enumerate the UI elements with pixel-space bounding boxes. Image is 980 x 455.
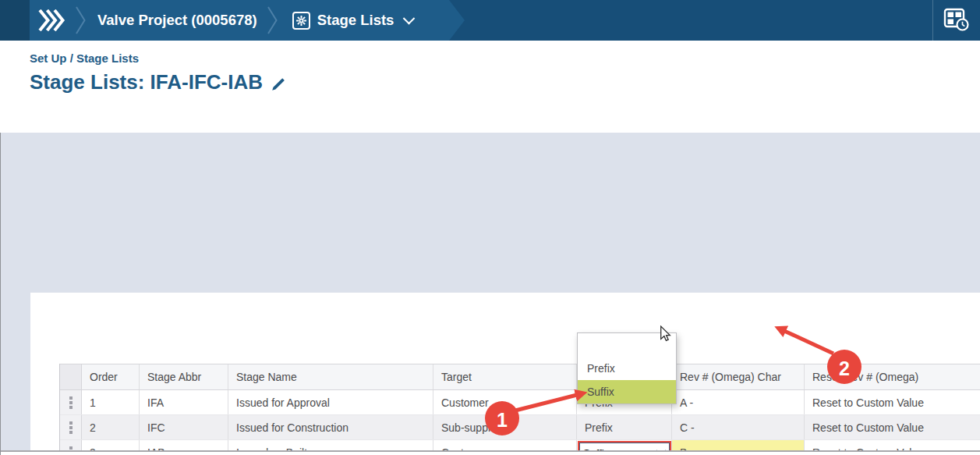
cell-reset-rev[interactable]: Reset to Custom Value [805,415,980,439]
content-panel: Order Stage Abbr Stage Name Target Prefi… [30,293,980,450]
cell-prefix-suffix[interactable]: Prefix [577,415,672,439]
drag-handle[interactable] [60,390,82,414]
edit-icon[interactable] [270,76,286,93]
stage-list-grid: Order Stage Abbr Stage Name Target Prefi… [59,364,980,450]
cell-target: Customer [433,390,577,414]
column-header-rev-char: Rev # (Omega) Char [672,364,805,389]
cell-stage-abbr: IFC [140,415,228,439]
cell-stage-name: Issued for Approval [228,390,433,414]
dropdown-option-blank[interactable] [578,333,676,357]
top-navbar: Valve Project (0005678) Stage Lists [0,0,980,41]
column-header-target: Target [433,364,577,389]
dropdown-option-suffix[interactable]: Suffix [578,380,676,403]
drag-handle[interactable] [60,415,82,439]
table-header-row: Order Stage Abbr Stage Name Target Prefi… [60,364,980,390]
window-bottom-strip [1,452,980,455]
chevron-down-icon[interactable] [403,12,416,24]
collapse-breadcrumb-icon[interactable] [37,9,65,31]
table-row: 2 IFC Issued for Construction Sub-suppli… [60,415,980,440]
content-background: Order Stage Abbr Stage Name Target Prefi… [0,133,980,455]
column-header-order: Order [82,364,140,389]
drag-handle-icon [69,426,73,429]
prefix-suffix-dropdown: Prefix Suffix [577,332,677,404]
page-title: Stage Lists: IFA-IFC-IAB [30,70,263,94]
chevron-separator-icon [75,5,87,35]
column-header-stage-abbr: Stage Abbr [140,364,228,389]
cell-reset-rev[interactable]: Reset to Custom Value [805,390,980,414]
column-header-stage-name: Stage Name [228,364,433,389]
cell-rev-char[interactable]: C - [672,415,805,439]
column-header-reset-rev: Reset Rev # (Omega) [805,364,980,389]
table-row: 1 IFA Issued for Approval Customer Prefi… [60,390,980,415]
dropdown-option-prefix[interactable]: Prefix [578,357,676,380]
gear-icon [292,12,310,30]
cell-target: Sub-supplier [433,415,577,439]
drag-handle-icon [69,401,73,404]
cell-order: 1 [82,390,140,414]
navbar-divider [932,0,933,41]
cell-stage-name: Issued for Construction [228,415,433,439]
page-header: Set Up / Stage Lists Stage Lists: IFA-IF… [0,41,980,133]
chevron-separator-icon [267,5,278,35]
nav-left-block [0,0,30,41]
recent-panels-icon[interactable] [943,8,970,35]
cell-stage-abbr: IFA [140,390,228,414]
column-header-handle [60,364,82,389]
cell-order: 2 [82,415,140,439]
cell-rev-char[interactable]: A - [672,390,805,414]
breadcrumb-module[interactable]: Stage Lists [317,12,394,29]
breadcrumb-project[interactable]: Valve Project (0005678) [97,12,257,29]
breadcrumb[interactable]: Set Up / Stage Lists [30,52,139,65]
breadcrumb-ribbon: Valve Project (0005678) Stage Lists [30,0,465,41]
